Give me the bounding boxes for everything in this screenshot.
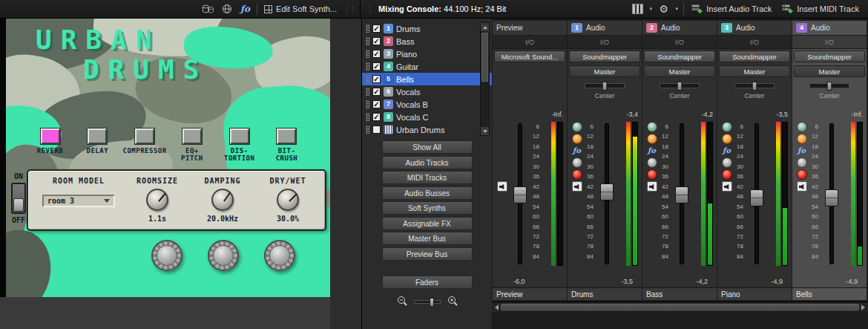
track-row[interactable]: ✓ 5 Bells bbox=[362, 73, 492, 85]
strip-output-button[interactable]: Soundmapper bbox=[569, 51, 640, 62]
knob[interactable] bbox=[211, 189, 234, 211]
mute-icon[interactable] bbox=[797, 157, 807, 168]
power-switch-handle[interactable] bbox=[13, 198, 24, 212]
strip-io-button[interactable]: I/O bbox=[568, 36, 642, 49]
knob[interactable] bbox=[146, 189, 168, 211]
effect-button[interactable] bbox=[277, 128, 296, 144]
track-checkbox[interactable]: ✓ bbox=[372, 50, 381, 58]
filter-button[interactable]: Assignable FX bbox=[382, 217, 473, 230]
track-row[interactable]: ✓ 2 Bass bbox=[362, 35, 492, 48]
strip-output-button[interactable]: Soundmapper bbox=[644, 51, 715, 62]
record-icon[interactable] bbox=[572, 169, 582, 180]
mixer-view-dropdown-icon[interactable]: ▼ bbox=[648, 7, 653, 11]
track-checkbox[interactable]: ✓ bbox=[372, 25, 381, 33]
pan-slider[interactable] bbox=[809, 83, 849, 88]
pan-slider[interactable] bbox=[734, 83, 775, 88]
strip-name[interactable]: Piano bbox=[717, 287, 792, 300]
assign-knob[interactable] bbox=[264, 240, 295, 271]
track-checkbox[interactable]: ✓ bbox=[372, 88, 381, 96]
volume-fader[interactable] bbox=[510, 120, 530, 269]
track-row[interactable]: ✓ 1 Drums bbox=[362, 22, 492, 35]
strip-io-button[interactable]: I/O bbox=[493, 36, 567, 49]
track-checkbox[interactable] bbox=[372, 126, 381, 134]
fader-handle[interactable] bbox=[513, 186, 527, 203]
strip-bus-button[interactable]: Master bbox=[794, 65, 865, 77]
settings-dropdown-icon[interactable]: ▼ bbox=[674, 7, 679, 11]
strip-header[interactable]: 1 Audio bbox=[568, 21, 642, 36]
assign-knob[interactable] bbox=[151, 240, 183, 271]
panel-grip[interactable]: ⋮ bbox=[366, 5, 372, 13]
aux-knob-icon[interactable] bbox=[722, 122, 732, 132]
settings-gear-icon[interactable]: ⚙ bbox=[657, 3, 670, 16]
strip-name[interactable]: Preview bbox=[493, 287, 567, 300]
insert-audio-track-button[interactable]: Insert Audio Track bbox=[688, 2, 775, 16]
track-row[interactable]: ✓ 7 Vocals B bbox=[362, 98, 492, 111]
track-list-scrollbar[interactable] bbox=[480, 22, 490, 136]
strip-bus-button[interactable]: Master bbox=[569, 65, 640, 77]
scroll-right-icon[interactable] bbox=[861, 304, 865, 310]
pan-slider-handle[interactable] bbox=[752, 82, 757, 91]
fx-icon[interactable]: ƒo bbox=[240, 3, 250, 16]
record-icon[interactable] bbox=[722, 169, 732, 180]
fx-icon[interactable]: ƒo bbox=[647, 146, 657, 156]
scrollbar-thumb[interactable] bbox=[501, 304, 859, 310]
strip-bus-button[interactable]: Master bbox=[644, 65, 715, 77]
zoom-slider[interactable] bbox=[414, 300, 441, 304]
solo-icon[interactable] bbox=[722, 134, 732, 144]
monitor-speaker-icon[interactable] bbox=[797, 181, 807, 192]
faders-button[interactable]: Faders bbox=[382, 276, 473, 289]
track-row[interactable]: ✓ 6 Vocals bbox=[362, 85, 492, 98]
track-row[interactable]: Urban Drums bbox=[362, 123, 492, 136]
fader-handle[interactable] bbox=[825, 189, 838, 206]
zoom-slider-handle[interactable] bbox=[430, 298, 434, 307]
room-model-select[interactable]: room 3 bbox=[42, 195, 115, 207]
fader-handle[interactable] bbox=[750, 189, 763, 206]
knob[interactable] bbox=[277, 189, 299, 211]
volume-fader[interactable] bbox=[597, 120, 617, 269]
globe-icon[interactable] bbox=[221, 3, 234, 16]
fx-icon[interactable]: ƒo bbox=[722, 146, 732, 156]
fader-handle[interactable] bbox=[675, 186, 688, 203]
strip-header[interactable]: 4 Audio bbox=[792, 21, 867, 36]
pan-slider-handle[interactable] bbox=[827, 82, 832, 91]
pan-slider-handle[interactable] bbox=[677, 82, 683, 91]
solo-icon[interactable] bbox=[572, 134, 582, 144]
strip-name[interactable]: Bass bbox=[642, 287, 717, 300]
filter-button[interactable]: Master Bus bbox=[382, 232, 473, 245]
strip-output-button[interactable]: Microsoft Sound... bbox=[494, 51, 565, 62]
monitor-speaker-icon[interactable] bbox=[647, 181, 657, 192]
filter-button[interactable]: Soft Synths bbox=[382, 201, 473, 215]
strip-io-button[interactable]: I/O bbox=[642, 36, 717, 49]
mute-icon[interactable] bbox=[572, 157, 582, 168]
strip-name[interactable]: Bells bbox=[792, 287, 867, 300]
aux-knob-icon[interactable] bbox=[647, 122, 657, 132]
effect-button[interactable] bbox=[88, 128, 107, 144]
filter-button[interactable]: Show All bbox=[382, 140, 473, 154]
monitor-speaker-icon[interactable] bbox=[572, 181, 582, 192]
scroll-left-icon[interactable] bbox=[495, 304, 499, 310]
pan-slider[interactable] bbox=[585, 83, 625, 88]
volume-fader[interactable] bbox=[747, 120, 766, 269]
scroll-down-icon[interactable] bbox=[481, 127, 489, 135]
window-divider-grip[interactable]: ⋮⋮ bbox=[343, 5, 355, 13]
strip-header[interactable]: 2 Audio bbox=[642, 21, 717, 36]
track-row[interactable]: ✓ 8 Vocals C bbox=[362, 111, 492, 123]
edit-soft-synth-button[interactable]: Edit Soft Synth... bbox=[264, 4, 337, 13]
power-switch[interactable] bbox=[11, 183, 26, 214]
monitor-speaker-icon[interactable] bbox=[722, 181, 732, 192]
aux-knob-icon[interactable] bbox=[797, 122, 807, 132]
track-checkbox[interactable]: ✓ bbox=[372, 100, 381, 108]
mute-icon[interactable] bbox=[722, 157, 732, 168]
aux-knob-icon[interactable] bbox=[572, 122, 582, 132]
volume-fader[interactable] bbox=[672, 120, 691, 269]
fader-handle[interactable] bbox=[600, 183, 614, 201]
monitor-speaker-icon[interactable] bbox=[497, 181, 507, 192]
strip-name[interactable]: Drums bbox=[568, 287, 642, 300]
filter-button[interactable]: Preview Bus bbox=[382, 247, 473, 261]
mixer-horizontal-scrollbar[interactable] bbox=[492, 302, 868, 312]
effect-button[interactable] bbox=[230, 128, 249, 144]
strip-bus-button[interactable]: Master bbox=[719, 65, 790, 77]
fx-icon[interactable]: ƒo bbox=[572, 146, 582, 156]
solo-icon[interactable] bbox=[797, 134, 807, 144]
filter-button[interactable]: Audio Busses bbox=[382, 186, 473, 200]
